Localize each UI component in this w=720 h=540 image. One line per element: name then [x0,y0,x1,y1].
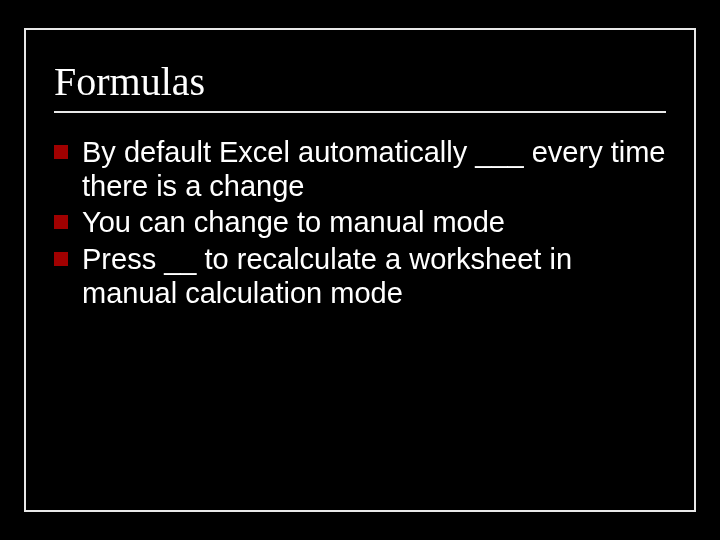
list-item: You can change to manual mode [54,205,666,239]
bullet-text: By default Excel automatically ___ every… [82,136,666,202]
slide-frame: Formulas By default Excel automatically … [24,28,696,512]
bullet-text: You can change to manual mode [82,206,505,238]
square-bullet-icon [54,145,68,159]
list-item: By default Excel automatically ___ every… [54,135,666,203]
bullet-list: By default Excel automatically ___ every… [54,135,666,310]
bullet-text: Press __ to recalculate a worksheet in m… [82,243,572,309]
slide-title: Formulas [54,58,666,105]
list-item: Press __ to recalculate a worksheet in m… [54,242,666,310]
title-underline [54,111,666,113]
square-bullet-icon [54,215,68,229]
square-bullet-icon [54,252,68,266]
slide: Formulas By default Excel automatically … [0,0,720,540]
